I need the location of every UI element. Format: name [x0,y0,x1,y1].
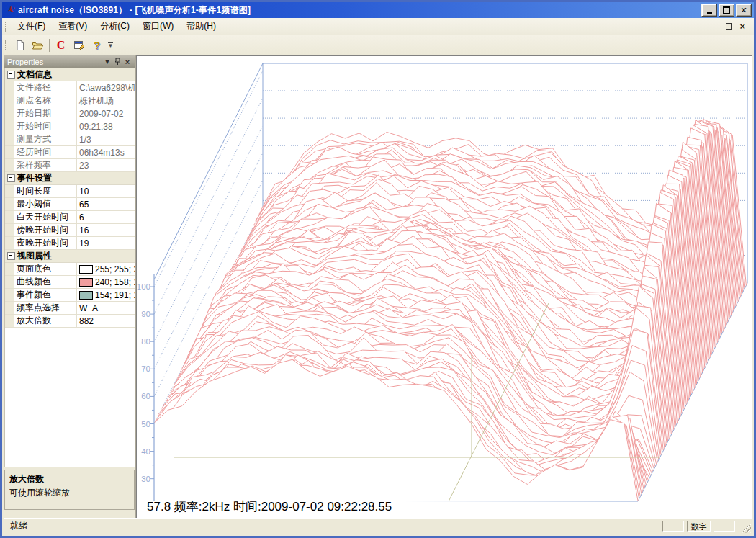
row-indent [5,120,14,133]
collapse-icon[interactable] [7,71,15,79]
property-label: 事件颜色 [14,289,76,301]
maximize-icon [723,6,730,14]
property-value[interactable]: 23 [76,159,135,171]
letter-c-icon: C [57,40,66,51]
mdi-close-button[interactable]: × [739,22,745,31]
status-bar: 就绪 数字 [4,518,752,534]
property-value[interactable]: 882 [76,315,135,327]
property-value[interactable]: C:\awa6298\机场 [76,81,135,94]
property-row: 白天开始时间6 [5,211,135,224]
property-row: 事件颜色154; 191; 18 [5,289,135,302]
property-value[interactable]: W_A [76,302,135,314]
property-value-text: 23 [79,160,89,171]
property-value[interactable]: 2009-07-02 [76,107,135,120]
property-label: 曲线颜色 [14,276,76,288]
row-indent [5,81,14,94]
color-swatch [79,291,93,300]
property-value[interactable]: 16 [76,224,135,236]
chevron-down-icon: ▼ [104,58,111,66]
menu-item-c[interactable]: 分析(C) [94,18,136,35]
property-label: 采样频率 [14,159,76,171]
menu-item-v[interactable]: 查看(V) [52,18,94,35]
toolbar-options-button[interactable]: ▼ [106,37,115,53]
property-value-text: 882 [79,315,94,327]
property-value-text: 10 [79,186,89,197]
property-label: 开始日期 [14,107,76,120]
title-bar[interactable]: ✈ aircraft noise（ISO3891） - [飞机噪声分析1-事件1… [2,2,754,18]
property-label: 夜晚开始时间 [14,237,76,249]
spectrum-chart-document[interactable]: 1009080706050403057.8 频率:2kHz 时间:2009-07… [136,55,752,522]
row-indent [5,276,14,288]
minimize-button[interactable] [701,4,717,17]
svg-text:100: 100 [137,282,150,291]
compute-c-button[interactable]: C [52,37,70,53]
svg-text:50: 50 [141,420,150,429]
collapse-icon[interactable] [7,174,15,182]
collapse-icon[interactable] [7,252,15,260]
toolbar: C ? ▼ [2,35,754,55]
row-indent [5,224,14,236]
property-row: 夜晚开始时间19 [5,237,135,250]
panel-pin-button[interactable] [112,58,122,67]
property-label: 测量方式 [14,133,76,145]
property-value[interactable]: 255; 255; 25 [76,263,135,275]
panel-menu-button[interactable]: ▼ [102,59,112,66]
svg-text:60: 60 [141,392,150,400]
property-group-header-2[interactable]: 视图属性 [5,250,135,263]
toolbar-grip[interactable] [5,40,7,50]
waterfall-spectrum-canvas[interactable]: 1009080706050403057.8 频率:2kHz 时间:2009-07… [137,56,752,521]
new-document-button[interactable] [11,37,29,53]
menu-item-w[interactable]: 窗口(W) [136,18,180,35]
group-title: 视图属性 [17,251,52,261]
property-row: 时间长度10 [5,185,135,198]
property-value[interactable]: 154; 191; 18 [76,289,135,301]
panel-close-button[interactable]: × [122,58,132,66]
maximize-button[interactable] [719,4,734,17]
menu-item-h[interactable]: 帮助(H) [180,18,222,35]
property-value-text: 栎社机场 [79,95,114,107]
menubar-grip[interactable] [5,22,7,32]
properties-panel: Properties ▼ × 文档信息文件路径C:\awa6298\机场测点名称… [4,55,136,519]
status-cell-numlock: 数字 [687,521,711,532]
property-row: 测量方式1/3 [5,133,135,146]
property-value-text: 255; 255; 25 [95,264,135,275]
property-value-text: 16 [79,225,89,236]
property-value[interactable]: 65 [76,198,135,210]
svg-text:90: 90 [141,310,150,318]
property-value-text: 1/3 [79,134,91,145]
property-value[interactable]: 06h34m13s [76,146,135,158]
description-text: 可使用滚轮缩放 [9,487,130,499]
property-row: 文件路径C:\awa6298\机场 [5,81,135,94]
property-value-text: 2009-07-02 [79,108,123,120]
properties-button[interactable] [70,37,88,53]
property-group-header-0[interactable]: 文档信息 [5,68,135,81]
property-value[interactable]: 6 [76,211,135,223]
help-button[interactable]: ? [88,37,106,53]
description-title: 放大倍数 [9,473,130,485]
resize-grip[interactable] [741,523,751,533]
property-value[interactable]: 栎社机场 [76,94,135,107]
property-label: 白天开始时间 [14,211,76,223]
property-value[interactable]: 09:21:38 [76,120,135,133]
property-value-text: 240; 158; 15 [95,277,135,288]
properties-panel-header[interactable]: Properties ▼ × [4,55,135,68]
property-group-header-1[interactable]: 事件设置 [5,172,135,185]
property-label: 傍晚开始时间 [14,224,76,236]
row-indent [5,263,14,275]
row-indent [5,107,14,120]
property-label: 经历时间 [14,146,76,158]
new-document-icon [14,40,26,51]
open-file-button[interactable] [29,37,47,53]
property-value[interactable]: 10 [76,185,135,197]
property-value[interactable]: 19 [76,237,135,249]
close-button[interactable]: ✕ [736,4,752,17]
property-value[interactable]: 240; 158; 15 [76,276,135,288]
property-label: 文件路径 [14,81,76,94]
menu-item-f[interactable]: 文件(F) [11,18,52,35]
property-row: 傍晚开始时间16 [5,224,135,237]
status-ready-text: 就绪 [4,520,662,532]
property-value[interactable]: 1/3 [76,133,135,145]
mdi-restore-button[interactable] [726,23,732,30]
group-title: 文档信息 [17,69,52,79]
selected-point-annotation: 57.8 频率:2kHz 时间:2009-07-02 09:22:28.55 [147,500,392,514]
